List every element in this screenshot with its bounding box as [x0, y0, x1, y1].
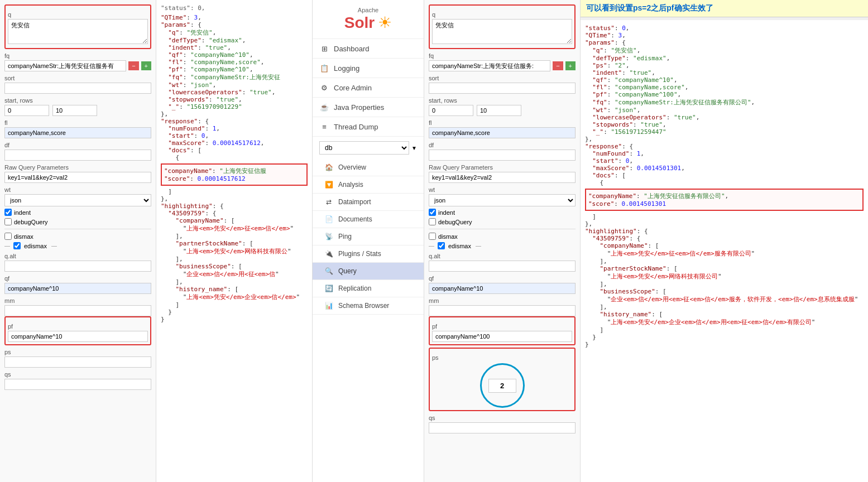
pf-label-left: pf — [8, 323, 148, 330]
sort-input-left[interactable] — [4, 83, 151, 94]
right-json-tail: ] }, "highlighting": { "43509759": { "co… — [585, 213, 864, 348]
right-json-response: "response": { "numFound": 1, "start": 0,… — [585, 143, 864, 186]
fl-input-right[interactable]: companyName,score — [429, 127, 576, 138]
pf-input-right[interactable]: companyName^100 — [432, 331, 572, 342]
mm-input-left[interactable] — [4, 305, 151, 316]
nav-java-properties[interactable]: ☕ Java Properties — [313, 98, 424, 117]
ps-input-left[interactable] — [4, 356, 151, 368]
df-input-left[interactable] — [4, 150, 151, 161]
overview-label: Overview — [338, 163, 366, 171]
right-query-panel: q 凭安信 fq companyNameStr:上海凭安征信服务: − + so… — [424, 0, 581, 482]
annotation-banner: 可以看到设置ps=2之后pf确实生效了 — [581, 0, 868, 17]
db-select[interactable]: db — [319, 141, 409, 155]
nav-query[interactable]: 🔍 Query — [313, 263, 424, 280]
ps-label-left: ps — [4, 349, 151, 355]
mid-json-tail: ] }, "highlighting": { "43509759": { "co… — [161, 188, 308, 323]
q-textarea-left[interactable]: 凭安信 — [8, 19, 148, 44]
db-dropdown-icon: ▼ — [411, 145, 417, 151]
plugins-icon: 🔌 — [324, 249, 334, 259]
fq-input-right[interactable]: companyNameStr:上海凭安征信服务: — [429, 60, 550, 71]
edismax-label-right: edismax — [448, 243, 471, 249]
schema-icon: 📊 — [324, 301, 334, 311]
nav-analysis[interactable]: 🔽 Analysis — [313, 176, 424, 194]
wt-select-left[interactable]: json xml — [4, 194, 151, 206]
debugquery-label-left: debugQuery — [14, 219, 48, 225]
db-select-row: db ▼ — [313, 137, 424, 159]
indent-checkbox-left[interactable] — [4, 209, 12, 216]
nav-plugins-stats[interactable]: 🔌 Plugins / Stats — [313, 245, 424, 263]
nav-replication[interactable]: 🔄 Replication — [313, 280, 424, 297]
dismax-checkbox-left[interactable] — [4, 233, 12, 240]
nav-overview[interactable]: 🏠 Overview — [313, 159, 424, 176]
edismax-checkbox-left[interactable] — [13, 242, 21, 249]
fl-label-right: fl — [429, 119, 576, 126]
edismax-row-right: — edismax — — [429, 242, 576, 249]
fl-input-left[interactable]: companyName,score — [4, 127, 151, 138]
nav-documents[interactable]: 📄 Documents — [313, 211, 424, 228]
nav-core-admin[interactable]: ⚙ Core Admin — [313, 78, 424, 98]
fq-remove-btn-right[interactable]: − — [553, 61, 563, 70]
mm-input-right[interactable] — [429, 305, 576, 316]
logging-label: Logging — [334, 64, 359, 73]
nav-dashboard[interactable]: ⊞ Dashboard — [313, 39, 424, 59]
solr-brand-text: Solr — [344, 14, 375, 32]
edismax-checkbox-right[interactable] — [438, 242, 445, 249]
q-textarea-right[interactable]: 凭安信 — [432, 19, 572, 44]
q-field-box-left: q 凭安信 — [4, 4, 151, 49]
q-label-left: q — [8, 11, 148, 18]
dismax-label-left: dismax — [14, 233, 33, 240]
dataimport-icon: ⇄ — [324, 197, 334, 207]
rows-input-left[interactable]: 10 — [52, 105, 97, 116]
qs-label-left: qs — [4, 371, 151, 378]
fq-input-left[interactable]: companyNameStr:上海凭安征信服务有 — [4, 60, 126, 71]
wt-label-left: wt — [4, 186, 151, 193]
indent-checkbox-right[interactable] — [429, 209, 436, 216]
pf-label-right: pf — [432, 323, 572, 330]
apache-text: Apache — [319, 7, 417, 13]
wt-label-right: wt — [429, 186, 576, 193]
start-input-right[interactable]: 0 — [429, 105, 473, 116]
nav-ping[interactable]: 📡 Ping — [313, 228, 424, 245]
dismax-checkbox-right[interactable] — [429, 233, 436, 240]
documents-label: Documents — [338, 215, 372, 223]
fq-row-left: companyNameStr:上海凭安征信服务有 − + — [4, 60, 151, 71]
java-properties-label: Java Properties — [334, 103, 384, 112]
fq-add-btn-left[interactable]: + — [141, 61, 151, 70]
indent-label-right: indent — [438, 209, 455, 216]
ps-label-right: ps — [432, 354, 572, 361]
qf-input-left[interactable]: companyName^10 — [4, 283, 151, 294]
qalt-input-right[interactable] — [429, 261, 576, 272]
rows-input-right[interactable]: 10 — [477, 105, 521, 116]
ps-input-right[interactable]: 2 — [488, 379, 516, 393]
dismax-label-right: dismax — [438, 233, 458, 240]
raw-query-label-right: Raw Query Parameters — [429, 164, 576, 171]
debugquery-checkbox-left[interactable] — [4, 218, 12, 225]
solr-logo-area: Apache Solr ☀ — [313, 0, 424, 39]
df-input-right[interactable] — [429, 150, 576, 161]
nav-logging[interactable]: 📋 Logging — [313, 59, 424, 78]
qs-input-right[interactable] — [429, 422, 576, 433]
wt-select-right[interactable]: json xml — [429, 194, 576, 206]
pf-input-left[interactable]: companyName^10 — [8, 331, 148, 342]
mid-json-panel: "status": 0, "QTime": 3, "params": { "q"… — [156, 0, 313, 482]
fq-add-btn-right[interactable]: + — [565, 61, 576, 70]
start-input-left[interactable]: 0 — [4, 105, 49, 116]
qs-input-left[interactable] — [4, 379, 151, 390]
fq-remove-btn-left[interactable]: − — [128, 61, 138, 70]
right-json-panel: "status": 0, "QTime": 3, "params": { "q"… — [581, 20, 868, 482]
java-icon: ☕ — [319, 102, 329, 112]
nav-schema-browser[interactable]: 📊 Schema Browser — [313, 297, 424, 315]
raw-query-input-left[interactable]: key1=val1&key2=val2 — [4, 172, 151, 183]
score-highlight-mid: "companyName": "上海凭安征信服 "score": 0.00014… — [161, 163, 308, 186]
raw-query-input-right[interactable]: key1=val1&key2=val2 — [429, 172, 576, 183]
nav-thread-dump[interactable]: ≡ Thread Dump — [313, 117, 424, 137]
nav-dataimport[interactable]: ⇄ Dataimport — [313, 194, 424, 211]
qalt-input-left[interactable] — [4, 261, 151, 272]
debugquery-checkbox-right[interactable] — [429, 218, 436, 225]
q-field-box-right: q 凭安信 — [429, 4, 576, 49]
fl-label-left: fl — [4, 119, 151, 126]
edismax-row-left: — edismax — — [4, 242, 151, 249]
sort-input-right[interactable] — [429, 83, 576, 94]
ps-circle-highlight: 2 — [480, 363, 525, 408]
qf-input-right[interactable]: companyName^10 — [429, 283, 576, 294]
